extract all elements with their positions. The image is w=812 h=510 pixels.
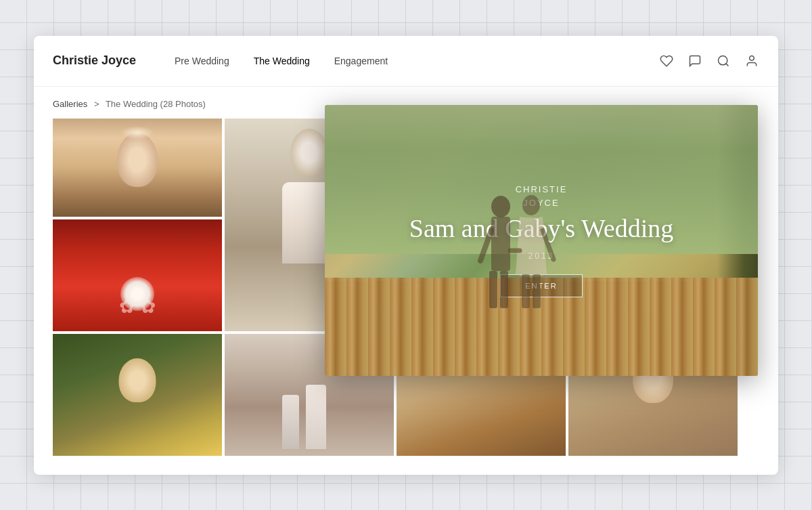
svg-point-0	[719, 56, 727, 64]
photo-3[interactable]: ✿ ✿	[53, 219, 222, 331]
svg-line-1	[726, 63, 729, 66]
browser-window: Christie Joyce Pre Wedding The Wedding E…	[34, 36, 778, 475]
svg-line-7	[480, 230, 491, 261]
user-icon[interactable]	[744, 54, 759, 68]
svg-rect-10	[533, 274, 541, 308]
nav-pre-wedding[interactable]: Pre Wedding	[175, 56, 229, 66]
nav-links: Pre Wedding The Wedding Engagement	[175, 56, 388, 66]
svg-point-3	[491, 196, 510, 217]
heart-icon[interactable]	[659, 54, 674, 68]
nav-bar: Christie Joyce Pre Wedding The Wedding E…	[34, 36, 778, 87]
couple-silhouette	[447, 186, 582, 335]
photo-1[interactable]	[53, 119, 222, 217]
svg-rect-6	[500, 271, 508, 308]
gallery-area: ✿ ✿	[34, 119, 778, 475]
breadcrumb-separator: >	[94, 99, 99, 109]
brand-logo[interactable]: Christie Joyce	[53, 54, 161, 68]
nav-icons	[659, 54, 759, 68]
nav-the-wedding[interactable]: The Wedding	[254, 56, 310, 66]
nav-engagement[interactable]: Engagement	[334, 56, 388, 66]
search-icon[interactable]	[716, 54, 731, 68]
svg-rect-4	[491, 217, 510, 271]
photo-4[interactable]	[53, 334, 222, 456]
overlay-popup: Christie Joyce Sam and Gaby's Wedding 20…	[325, 105, 758, 376]
svg-point-8	[522, 195, 540, 215]
galleries-link[interactable]: Galleries	[53, 99, 87, 109]
breadcrumb-current: The Wedding (28 Photos)	[106, 99, 206, 109]
svg-rect-9	[522, 274, 530, 308]
chat-icon[interactable]	[687, 54, 702, 68]
svg-point-2	[750, 56, 754, 60]
svg-rect-5	[489, 271, 497, 308]
